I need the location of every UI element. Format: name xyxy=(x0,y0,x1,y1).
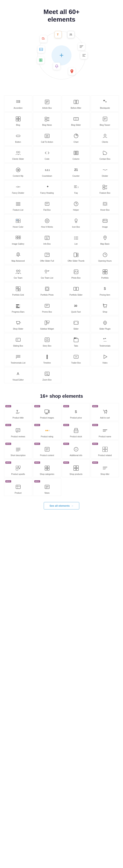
list-icon xyxy=(72,234,80,242)
element-item-promo-box[interactable]: Promo Box xyxy=(33,299,61,315)
element-item-how-it-works[interactable]: How It Works xyxy=(33,214,61,230)
element-item-countdown[interactable]: 3.2.1Countdown xyxy=(33,163,61,180)
shop-item-short-description[interactable]: WOOShort description xyxy=(4,440,32,459)
svg-rect-206 xyxy=(16,429,20,432)
element-item-list[interactable]: List xyxy=(62,231,90,247)
see-all-button[interactable]: See all elements → xyxy=(44,502,79,509)
portfolio-icon xyxy=(101,268,109,275)
svg-rect-135 xyxy=(19,287,20,288)
element-item-clients[interactable]: Clients xyxy=(91,129,119,146)
element-item-helper[interactable]: Helper xyxy=(62,197,90,213)
shop-item-shop-products[interactable]: WOOShop products xyxy=(62,459,90,477)
additional-info-icon: i xyxy=(72,446,80,453)
element-item-tabs[interactable]: Tabs xyxy=(62,333,90,349)
shop-item-product[interactable]: WOOProduct xyxy=(4,478,32,496)
element-item-timeline[interactable]: Timeline xyxy=(33,350,61,366)
element-item-testimonials[interactable]: ❝❞Testimonials xyxy=(91,333,119,349)
element-item-fancy-divider[interactable]: Fancy Divider xyxy=(4,180,32,196)
shop-item-shop-categories[interactable]: WOOShop categories xyxy=(33,459,61,477)
shop-item-product-name[interactable]: WOOProduct name xyxy=(91,422,119,440)
element-item-photo-box[interactable]: Photo Box xyxy=(62,265,90,281)
shop-item-product-rating[interactable]: WOO★★★Product rating xyxy=(33,422,61,440)
element-item-accordion[interactable]: Accordion xyxy=(4,95,32,112)
element-item-hover-color[interactable]: Hover Color xyxy=(4,214,32,230)
element-item-icon-box[interactable]: Icon Box xyxy=(62,214,90,230)
element-item-sliding-box[interactable]: Sliding Box xyxy=(4,333,32,349)
element-item-video[interactable]: Video xyxy=(91,350,119,366)
element-item-our-team[interactable]: Our Team xyxy=(4,265,32,281)
opening-hours-icon xyxy=(101,251,109,258)
element-item-content-wp[interactable]: WContent Wp xyxy=(4,163,32,180)
element-item-quick-fact[interactable]: 30Quick Fact xyxy=(62,299,90,315)
element-item-article-box[interactable]: Article Box xyxy=(33,95,61,112)
element-item-faq[interactable]: ?Faq xyxy=(62,180,90,196)
element-item-portfolio[interactable]: Portfolio xyxy=(91,265,119,281)
shop-item-product-title[interactable]: WOOTProduct tittle xyxy=(4,403,32,421)
svg-rect-199 xyxy=(49,410,50,411)
shop-item-product-upsells[interactable]: WOOProduct upsells xyxy=(4,459,32,477)
shop-item-product-price[interactable]: WOO$Product price xyxy=(62,403,90,421)
element-item-visual-editor[interactable]: AVisual Editor xyxy=(4,367,32,383)
product-content-label: Product content xyxy=(40,454,54,457)
element-item-testimonials-list[interactable]: ❝Testimonials List xyxy=(4,350,32,366)
element-item-image[interactable]: Image xyxy=(91,214,119,230)
element-item-shop-slider[interactable]: Shop Slider xyxy=(4,316,32,332)
svg-point-155 xyxy=(17,324,18,324)
element-item-blog-slider[interactable]: Blog Slider xyxy=(62,112,90,128)
element-item-code[interactable]: Code xyxy=(33,146,61,162)
element-item-divider[interactable]: Divider xyxy=(91,163,119,180)
element-item-slider[interactable]: Slider xyxy=(62,316,90,332)
element-item-feature-box[interactable]: Feature Box xyxy=(91,180,119,196)
shop-item-product-images[interactable]: WOOProduct images xyxy=(33,403,61,421)
shop-item-additional-info[interactable]: WOOiAdditional info xyxy=(62,440,90,459)
element-item-offer-slider-thumb[interactable]: Offer Slider Thumb xyxy=(62,248,90,265)
shop-item-product-related[interactable]: WOOProduct related xyxy=(91,440,119,459)
element-item-progress-bars[interactable]: Progress Bars xyxy=(4,299,32,315)
element-item-hover-box[interactable]: Hover Box xyxy=(91,197,119,213)
element-item-portfolio-slider[interactable]: Portfolio Slider xyxy=(62,282,90,299)
svg-text:W: W xyxy=(17,169,20,172)
element-item-portfolio-photo[interactable]: Portfolio Photo xyxy=(33,282,61,299)
element-item-button[interactable]: Button xyxy=(4,129,32,146)
shop-item-shop-titler[interactable]: WOOShop titler xyxy=(91,459,119,477)
shop-item-news[interactable]: WOONews xyxy=(33,478,61,496)
element-item-pricing-item[interactable]: $Pricing Item xyxy=(91,282,119,299)
element-item-fancy-heading[interactable]: ✦Fancy Heading xyxy=(33,180,61,196)
element-item-blog[interactable]: Blog xyxy=(4,112,32,128)
shop-item-product-stock[interactable]: WOOProduct stock xyxy=(62,422,90,440)
shop-item-product-reviews[interactable]: WOOProduct reviews xyxy=(4,422,32,440)
element-item-shop[interactable]: Shop xyxy=(91,299,119,315)
product-price-woo-badge: WOO xyxy=(63,405,69,407)
element-item-before-after[interactable]: Before After xyxy=(62,95,90,112)
element-item-story-box[interactable]: Story Box xyxy=(33,333,61,349)
element-item-image-gallery[interactable]: Image Gallery xyxy=(4,231,32,247)
element-item-call-to-action[interactable]: Call To Action xyxy=(33,129,61,146)
shop-item-product-content[interactable]: WOOProduct content xyxy=(33,440,61,459)
element-item-clients-slider[interactable]: Clients Slider xyxy=(4,146,32,162)
element-item-sidebar-widget[interactable]: Sidebar Widget xyxy=(33,316,61,332)
element-item-info-box[interactable]: iInfo Box xyxy=(33,231,61,247)
element-item-map-basic[interactable]: Map Basic xyxy=(91,231,119,247)
element-item-map-advanced[interactable]: Map Advanced xyxy=(4,248,32,265)
element-item-chart[interactable]: Chart xyxy=(62,129,90,146)
element-item-zoom-box[interactable]: Zoom Box xyxy=(33,367,61,383)
element-item-portfolio-grid[interactable]: Portfolio Grid xyxy=(4,282,32,299)
element-item-flat-box[interactable]: Flat Box xyxy=(33,197,61,213)
svg-rect-158 xyxy=(47,321,49,322)
element-item-opening-hours[interactable]: Opening Hours xyxy=(91,248,119,265)
element-item-column[interactable]: Column xyxy=(62,146,90,162)
visual-editor-label: Visual Editor xyxy=(12,378,24,381)
element-item-contact-box[interactable]: Contact Box xyxy=(91,146,119,162)
element-item-counter[interactable]: 21Counter xyxy=(62,163,90,180)
column-label: Column xyxy=(72,158,79,160)
shop-item-add-to-cart[interactable]: WOOAdd to cart xyxy=(91,403,119,421)
element-item-feature-list[interactable]: Feature List xyxy=(4,197,32,213)
helper-icon xyxy=(72,200,80,208)
element-item-blog-teaser[interactable]: Blog Teaser xyxy=(91,112,119,128)
element-item-blockquote[interactable]: ❝❞Blockquote xyxy=(91,95,119,112)
element-item-blog-news[interactable]: Blog News xyxy=(33,112,61,128)
element-item-our-team-list[interactable]: Our Team List xyxy=(33,265,61,281)
element-item-trailer-box[interactable]: Trailer Box xyxy=(62,350,90,366)
element-item-offer-slider-full[interactable]: Offer Slider Full xyxy=(33,248,61,265)
element-item-slider-plugin[interactable]: Slider Plugin xyxy=(91,316,119,332)
